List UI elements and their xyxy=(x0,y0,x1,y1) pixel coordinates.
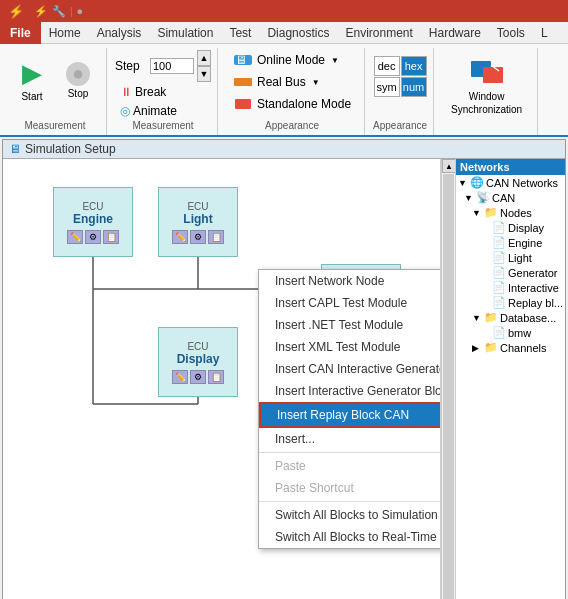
ecu-engine[interactable]: ECU Engine ✏️ ⚙ 📋 xyxy=(53,187,133,257)
animate-icon: ◎ xyxy=(120,104,130,118)
ecu-light-icon-2[interactable]: ⚙ xyxy=(190,230,206,244)
ctx-insert-replay-block-can[interactable]: Insert Replay Block CAN xyxy=(259,402,441,428)
tree-item-can[interactable]: ▼ 📡 CAN xyxy=(456,190,565,205)
canvas-area[interactable]: ECU Engine ✏️ ⚙ 📋 ECU Light ✏️ ⚙ 📋 xyxy=(3,159,441,599)
tree-text-light: Light xyxy=(508,252,532,264)
step-input[interactable] xyxy=(150,58,194,74)
standalone-icon xyxy=(233,97,253,111)
tree-item-channels[interactable]: ▶ 📁 Channels xyxy=(456,340,565,355)
tree-text-display: Display xyxy=(508,222,544,234)
tree-item-light[interactable]: 📄 Light xyxy=(456,250,565,265)
ribbon: ▶ Start ● Stop Measurement Step ▲ ▼ ⏸ B xyxy=(0,44,568,137)
sim-setup-icon: 🖥 xyxy=(9,142,21,156)
ecu-light-title: ECU xyxy=(187,201,208,212)
window-sync-button[interactable]: Window Synchronization xyxy=(442,50,531,118)
ecu-display[interactable]: ECU Display ✏️ ⚙ 📋 xyxy=(158,327,238,397)
ctx-insert-net-test[interactable]: Insert .NET Test Module xyxy=(259,314,441,336)
ecu-engine-icon-1[interactable]: ✏️ xyxy=(67,230,83,244)
ecu-engine-icons: ✏️ ⚙ 📋 xyxy=(67,230,119,244)
ribbon-group-mode: 🖥 Online Mode ▼ Real Bus ▼ Standalone Mo… xyxy=(220,48,365,135)
ctx-insert-capl-test[interactable]: Insert CAPL Test Module xyxy=(259,292,441,314)
menu-analysis[interactable]: Analysis xyxy=(89,24,150,42)
step-up-arrow[interactable]: ▲ xyxy=(197,50,211,66)
tree-text-inter: Interactive xyxy=(508,282,559,294)
ecu-display-icons: ✏️ ⚙ 📋 xyxy=(172,370,224,384)
tree-item-nodes[interactable]: ▼ 📁 Nodes xyxy=(456,205,565,220)
ecu-light[interactable]: ECU Light ✏️ ⚙ 📋 xyxy=(158,187,238,257)
ctx-insert-other[interactable]: Insert... xyxy=(259,428,441,450)
ecu-light-icon-3[interactable]: 📋 xyxy=(208,230,224,244)
sym-button[interactable]: sym xyxy=(374,77,400,97)
tree-item-engine[interactable]: 📄 Engine xyxy=(456,235,565,250)
ctx-switch-realtime[interactable]: Switch All Blocks to Real-Time Mode xyxy=(259,526,441,548)
scroll-thumb[interactable] xyxy=(443,174,454,599)
quick-icon-3[interactable]: ● xyxy=(77,5,84,17)
ecu-engine-icon-2[interactable]: ⚙ xyxy=(85,230,101,244)
tree-item-bmw[interactable]: 📄 bmw xyxy=(456,325,565,340)
tree-icon-bmw: 📄 xyxy=(492,326,506,339)
ctx-insert-network-node[interactable]: Insert Network Node xyxy=(259,270,441,292)
tree-text-replay: Replay bl... xyxy=(508,297,563,309)
ctx-insert-interactive-gen[interactable]: Insert Interactive Generator Block xyxy=(259,380,441,402)
menu-file[interactable]: File xyxy=(0,22,41,44)
tree-icon-engine: 📄 xyxy=(492,236,506,249)
tree-icon-gen: 📄 xyxy=(492,266,506,279)
ctx-switch-simulation[interactable]: Switch All Blocks to Simulation xyxy=(259,504,441,526)
tree-item-generator[interactable]: 📄 Generator xyxy=(456,265,565,280)
tree-item-database[interactable]: ▼ 📁 Database... xyxy=(456,310,565,325)
ecu-engine-icon-3[interactable]: 📋 xyxy=(103,230,119,244)
context-menu[interactable]: Insert Network Node Insert CAPL Test Mod… xyxy=(258,269,441,549)
tree-icon-light: 📄 xyxy=(492,251,506,264)
step-down-arrow[interactable]: ▼ xyxy=(197,66,211,82)
menu-environment[interactable]: Environment xyxy=(337,24,420,42)
tree-item-interactive[interactable]: 📄 Interactive xyxy=(456,280,565,295)
ctx-insert-xml-test[interactable]: Insert XML Test Module xyxy=(259,336,441,358)
break-button[interactable]: ⏸ Break xyxy=(115,83,211,101)
tree-text-engine: Engine xyxy=(508,237,542,249)
sync-label: Synchronization xyxy=(451,104,522,115)
ecu-light-icon-1[interactable]: ✏️ xyxy=(172,230,188,244)
ecu-display-icon-2[interactable]: ⚙ xyxy=(190,370,206,384)
real-bus-button[interactable]: Real Bus ▼ xyxy=(226,72,358,92)
menu-diagnostics[interactable]: Diagnostics xyxy=(259,24,337,42)
expand-icon-3[interactable]: ▼ xyxy=(472,208,482,218)
tree-text-bmw: bmw xyxy=(508,327,531,339)
online-mode-button[interactable]: 🖥 Online Mode ▼ xyxy=(226,50,358,70)
stop-button[interactable]: ● Stop xyxy=(56,50,100,110)
measurement-label: Measurement xyxy=(24,120,85,133)
expand-icon-2[interactable]: ▼ xyxy=(464,193,474,203)
vertical-scrollbar[interactable]: ▲ ▼ xyxy=(441,159,455,599)
tree-panel: Networks ▼ 🌐 CAN Networks ▼ 📡 CAN ▼ 📁 No… xyxy=(455,159,565,599)
scroll-up-button[interactable]: ▲ xyxy=(442,159,456,173)
standalone-button[interactable]: Standalone Mode xyxy=(226,94,358,114)
expand-icon-chan[interactable]: ▶ xyxy=(472,343,482,353)
menu-l[interactable]: L xyxy=(533,24,556,42)
online-mode-icon: 🖥 xyxy=(233,53,253,67)
menu-test[interactable]: Test xyxy=(221,24,259,42)
expand-icon-1[interactable]: ▼ xyxy=(458,178,468,188)
ctx-insert-can-interactive[interactable]: Insert CAN Interactive Generator xyxy=(259,358,441,380)
start-button[interactable]: ▶ Start xyxy=(10,50,54,110)
menu-tools[interactable]: Tools xyxy=(489,24,533,42)
menu-hardware[interactable]: Hardware xyxy=(421,24,489,42)
menu-simulation[interactable]: Simulation xyxy=(149,24,221,42)
tree-text-chan: Channels xyxy=(500,342,546,354)
title-bar: ⚡ ⚡ 🔧 | ● xyxy=(0,0,568,22)
expand-icon-db[interactable]: ▼ xyxy=(472,313,482,323)
ecu-display-icon-3[interactable]: 📋 xyxy=(208,370,224,384)
dec-button[interactable]: dec xyxy=(374,56,400,76)
real-bus-icon xyxy=(233,75,253,89)
animate-button[interactable]: ◎ Animate xyxy=(115,102,211,120)
ecu-display-icon-1[interactable]: ✏️ xyxy=(172,370,188,384)
tree-item-display[interactable]: 📄 Display xyxy=(456,220,565,235)
tree-item-can-networks[interactable]: ▼ 🌐 CAN Networks xyxy=(456,175,565,190)
num-button[interactable]: num xyxy=(401,77,427,97)
simulation-setup-panel: 🖥 Simulation Setup ECU Engine xyxy=(2,139,566,599)
quick-icon-2[interactable]: 🔧 xyxy=(52,5,66,18)
stop-icon: ● xyxy=(66,62,90,86)
menu-home[interactable]: Home xyxy=(41,24,89,42)
tree-item-replay[interactable]: 📄 Replay bl... xyxy=(456,295,565,310)
quick-icon-1[interactable]: ⚡ xyxy=(34,5,48,18)
ribbon-group-step: Step ▲ ▼ ⏸ Break ◎ Animate Measurement xyxy=(109,48,218,135)
hex-button[interactable]: hex xyxy=(401,56,427,76)
